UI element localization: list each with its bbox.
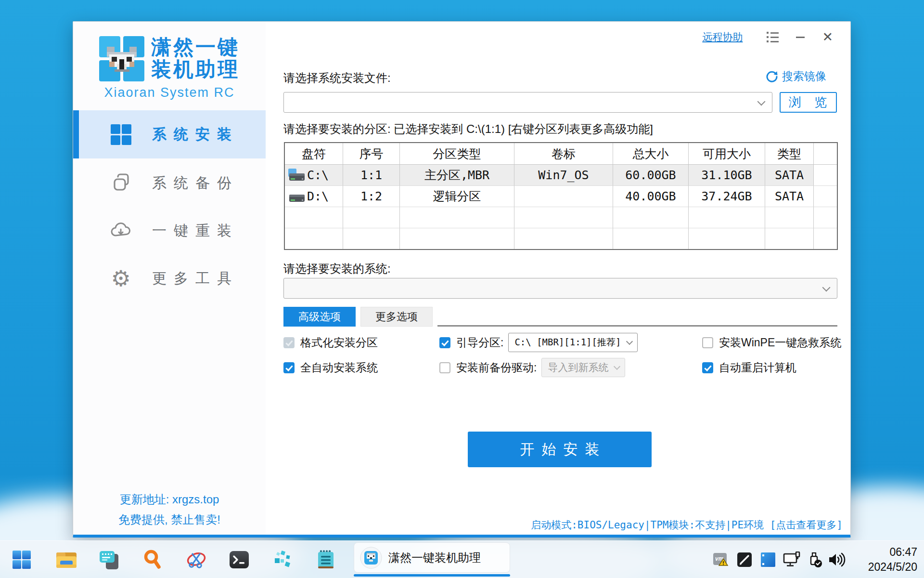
auto-install-checkbox[interactable] (283, 362, 295, 373)
table-row-empty (285, 228, 837, 249)
table-row-c-drive[interactable]: C:\ 1:1 主分区,MBR Win7_OS 60.00GB 31.10GB … (285, 165, 837, 186)
format-partition-checkbox (283, 337, 295, 348)
backup-driver-select: 导入到新系统 (541, 358, 625, 377)
clock-date: 2024/5/20 (868, 560, 917, 575)
main-content: 请选择系统安装文件: 搜索镜像 浏 览 请选择要安装的分区: 已选择安装到 C:… (283, 22, 838, 535)
system-select-label: 请选择要安装的系统: (283, 261, 391, 276)
start-button[interactable] (12, 550, 32, 570)
status-bar-link[interactable]: 启动模式:BIOS/Legacy|TPM模块:不支持|PE环境 [点击查看更多] (531, 518, 843, 532)
boot-partition-label: 引导分区: (456, 335, 503, 350)
taskbar: 潇然一键装机助理 vm (0, 540, 924, 578)
pixel-cluster-app-icon[interactable] (272, 549, 294, 570)
input-keyboard-app-icon[interactable] (99, 549, 120, 570)
gear-wrench-icon: ⚙ (110, 267, 132, 289)
free-notice-text: 免费提供, 禁止售卖! (73, 512, 266, 527)
chevron-down-icon (757, 97, 766, 105)
tab-advanced-options[interactable]: 高级选项 (283, 307, 356, 327)
sidebar: 潇然一键 装机助理 Xiaoran System RC 系统安装 (73, 22, 266, 535)
system-select[interactable] (283, 278, 837, 299)
browse-button[interactable]: 浏 览 (780, 92, 837, 113)
auto-restart-label: 自动重启计算机 (719, 360, 796, 375)
app-logo: 潇然一键 装机助理 Xiaoran System RC (73, 36, 266, 100)
app-window: 远程协助 ✕ (73, 21, 851, 538)
auto-install-label: 全自动安装系统 (300, 360, 378, 375)
partition-select-label: 请选择要安装的分区: 已选择安装到 C:\(1:1) [右键分区列表更多高级功能… (283, 121, 653, 137)
winpe-checkbox[interactable] (702, 337, 713, 348)
tab-underline (437, 325, 837, 327)
boot-partition-select[interactable]: C:\ [MBR][1:1][推荐] (508, 333, 638, 352)
format-partition-label: 格式化安装分区 (300, 335, 378, 350)
clock-time: 06:47 (868, 545, 917, 560)
options-row-2: 全自动安装系统 安装前备份驱动: 导入到新系统 自动重启计算机 (283, 357, 838, 378)
file-select-label: 请选择系统安装文件: (283, 70, 391, 86)
app-subtitle: Xiaoran System RC (73, 85, 266, 100)
taskbar-app-label: 潇然一键装机助理 (388, 550, 481, 565)
refresh-icon (766, 70, 778, 83)
search-magnifier-icon[interactable] (142, 549, 163, 570)
windows-icon (110, 123, 132, 145)
start-install-button[interactable]: 开始安装 (468, 432, 652, 467)
options-row-1: 格式化安装分区 引导分区: C:\ [MBR][1:1][推荐] 安装WinPE… (283, 332, 838, 353)
taskbar-active-indicator (354, 574, 510, 577)
cloud-reinstall-icon (110, 220, 132, 242)
backup-driver-checkbox[interactable] (439, 362, 450, 373)
sidebar-item-one-key-reinstall[interactable]: 一键重装 (73, 207, 266, 255)
partition-table: 盘符 序号 分区类型 卷标 总大小 可用大小 类型 (284, 142, 838, 250)
search-mirror-link[interactable]: 搜索镜像 (766, 69, 826, 84)
chevron-down-icon (822, 283, 831, 291)
hdd-d-icon (288, 190, 306, 203)
sidebar-item-system-install[interactable]: 系统安装 (73, 110, 266, 158)
hdd-c-icon (288, 169, 306, 182)
vm-tools-tray-icon[interactable]: vm (713, 552, 729, 567)
taskbar-clock[interactable]: 06:47 2024/5/20 (868, 545, 917, 575)
copy-icon (110, 172, 132, 194)
app-logo-icon (99, 36, 144, 81)
boot-partition-checkbox[interactable] (439, 337, 450, 348)
taskbar-app-button[interactable]: 潇然一键装机助理 (354, 542, 510, 573)
backup-driver-label: 安装前备份驱动: (456, 360, 537, 375)
pixel-dog-icon (107, 47, 137, 72)
network-display-tray-icon[interactable] (783, 552, 800, 568)
sidebar-item-more-tools[interactable]: ⚙ 更多工具 (73, 254, 266, 302)
volume-tray-icon[interactable] (828, 552, 846, 567)
snipping-tool-icon[interactable] (185, 549, 207, 570)
update-address-text: 更新地址: xrgzs.top (73, 492, 266, 507)
winpe-label: 安装WinPE一键急救系统 (719, 335, 841, 350)
tab-more-options[interactable]: 更多选项 (360, 307, 433, 327)
table-header-row: 盘符 序号 分区类型 卷标 总大小 可用大小 类型 (285, 143, 837, 165)
sidebar-item-system-backup[interactable]: 系统备份 (73, 159, 266, 207)
usb-eject-tray-icon[interactable] (807, 552, 823, 568)
table-row-empty (285, 207, 837, 228)
table-row-d-drive[interactable]: D:\ 1:2 逻辑分区 40.00GB 37.24GB SATA (285, 186, 837, 207)
chevron-down-icon (626, 338, 633, 345)
notepad-icon[interactable] (316, 549, 336, 570)
app-title: 潇然一键 装机助理 (151, 36, 240, 80)
pen-disk-tray-icon[interactable] (737, 552, 752, 567)
file-explorer-icon[interactable] (55, 550, 77, 570)
auto-restart-checkbox[interactable] (702, 362, 713, 373)
partition-tool-tray-icon[interactable] (760, 552, 776, 567)
install-file-select[interactable] (283, 92, 772, 113)
terminal-icon[interactable] (229, 550, 249, 570)
chevron-down-icon (614, 363, 620, 370)
app-task-icon (360, 547, 382, 569)
